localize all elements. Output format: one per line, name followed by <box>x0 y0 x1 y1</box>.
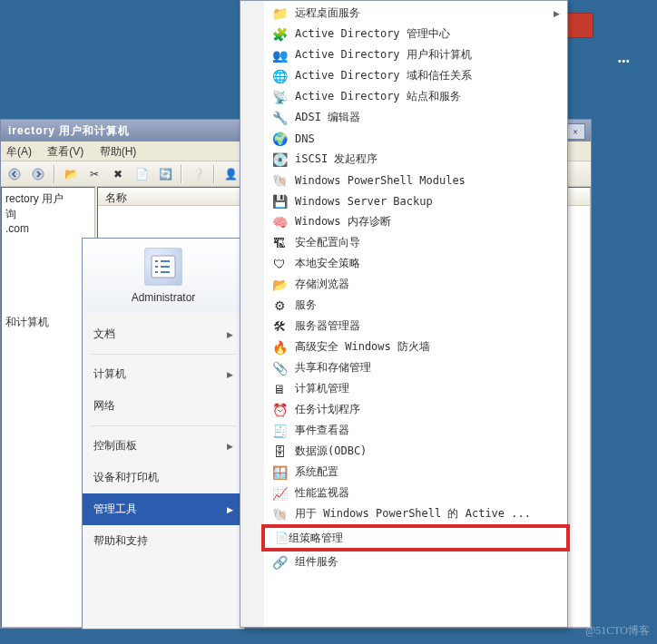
submenu-item-6[interactable]: 🌍DNS <box>264 128 567 149</box>
start-item-label: 帮助和支持 <box>93 533 148 549</box>
submenu-item-label: 性能监视器 <box>295 485 349 501</box>
submenu-item-label: Windows Server Backup <box>295 195 433 208</box>
start-item-label: 控制面板 <box>93 438 137 454</box>
submenu-item-1[interactable]: 🧩Active Directory 管理中心 <box>264 24 567 44</box>
svg-point-1 <box>33 169 44 180</box>
submenu-item-label: 安全配置向导 <box>295 235 360 250</box>
submenu-item-22[interactable]: 🪟系统配置 <box>264 462 567 483</box>
menu-view[interactable]: 查看(V) <box>47 145 83 158</box>
admin-tools-submenu: 📁远程桌面服务▶🧩Active Directory 管理中心👥Active Di… <box>240 0 568 628</box>
app-icon: ⚙ <box>271 298 288 314</box>
start-item-3[interactable]: 网络 <box>83 390 244 422</box>
start-item-label: 设备和打印机 <box>93 470 159 485</box>
refresh-button[interactable]: 🔄 <box>155 164 175 184</box>
submenu-item-24[interactable]: 🐚用于 Windows PowerShell 的 Active ... <box>264 503 567 524</box>
ellipsis: ··· <box>618 53 631 72</box>
back-button[interactable] <box>5 164 25 184</box>
app-icon: 🛠 <box>271 318 288 335</box>
app-icon: 📁 <box>271 5 288 22</box>
submenu-item-17[interactable]: 📎共享和存储管理 <box>264 357 567 378</box>
tree-line: rectory 用户 <box>5 191 91 207</box>
submenu-item-11[interactable]: 🏗安全配置向导 <box>264 232 567 253</box>
cut-button[interactable]: ✂ <box>84 164 104 184</box>
submenu-item-15[interactable]: 🛠服务器管理器 <box>264 316 567 337</box>
forward-button[interactable] <box>28 164 48 184</box>
start-menu: Administrator 文档▶计算机▶网络控制面板▶设备和打印机管理工具▶帮… <box>82 238 245 629</box>
submenu-item-label: iSCSI 发起程序 <box>295 151 378 167</box>
submenu-item-label: 服务 <box>295 298 317 313</box>
start-item-7[interactable]: 管理工具▶ <box>83 493 244 525</box>
start-menu-items: 文档▶计算机▶网络控制面板▶设备和打印机管理工具▶帮助和支持 <box>83 313 244 562</box>
submenu-item-label: Active Directory 站点和服务 <box>295 89 461 104</box>
start-item-6[interactable]: 设备和打印机 <box>83 462 244 493</box>
submenu-item-label: 组件服务 <box>295 554 338 570</box>
submenu-item-5[interactable]: 🔧ADSI 编辑器 <box>264 107 567 128</box>
submenu-item-9[interactable]: 💾Windows Server Backup <box>264 190 567 211</box>
submenu-item-18[interactable]: 🖥计算机管理 <box>264 378 567 399</box>
app-icon: 💽 <box>271 151 288 168</box>
app-icon: 🐚 <box>271 172 288 189</box>
chevron-right-icon: ▶ <box>554 9 560 18</box>
submenu-item-21[interactable]: 🗄数据源(ODBC) <box>264 441 567 462</box>
start-item-8[interactable]: 帮助和支持 <box>83 525 244 557</box>
up-button[interactable]: 📂 <box>61 164 81 184</box>
submenu-item-2[interactable]: 👥Active Directory 用户和计算机 <box>264 44 567 65</box>
help-button[interactable]: ❔ <box>188 164 208 184</box>
start-item-label: 计算机 <box>93 366 126 382</box>
app-icon: 🖥 <box>271 381 288 397</box>
submenu-item-label: Active Directory 管理中心 <box>295 26 450 42</box>
tree-gap <box>5 235 91 315</box>
menu-help[interactable]: 帮助(H) <box>100 145 137 158</box>
submenu-item-7[interactable]: 💽iSCSI 发起程序 <box>264 149 567 170</box>
submenu-item-label: 组策略管理 <box>289 531 343 546</box>
tray-app-icon <box>566 13 593 38</box>
submenu-item-23[interactable]: 📈性能监视器 <box>264 483 567 503</box>
submenu-item-label: Windows 内存诊断 <box>295 214 391 229</box>
submenu-item-26[interactable]: 🔗组件服务 <box>264 551 567 572</box>
submenu-item-label: 计算机管理 <box>295 381 349 396</box>
chevron-right-icon: ▶ <box>227 330 233 339</box>
app-icon: 🐚 <box>271 506 288 522</box>
app-icon: 🧾 <box>271 423 288 439</box>
start-item-0[interactable]: 文档▶ <box>83 318 244 350</box>
submenu-item-19[interactable]: ⏰任务计划程序 <box>264 399 567 420</box>
submenu-item-4[interactable]: 📡Active Directory 站点和服务 <box>264 86 567 107</box>
app-icon: 📎 <box>271 360 288 376</box>
submenu-item-label: Windows PowerShell Modules <box>295 174 466 187</box>
submenu-item-12[interactable]: 🛡本地安全策略 <box>264 253 567 274</box>
submenu-item-3[interactable]: 🌐Active Directory 域和信任关系 <box>264 65 567 86</box>
app-icon: 🏗 <box>271 235 288 251</box>
submenu-item-10[interactable]: 🧠Windows 内存诊断 <box>264 211 567 232</box>
app-icon: 🪟 <box>271 464 288 481</box>
submenu-item-14[interactable]: ⚙服务 <box>264 295 567 316</box>
start-menu-user: Administrator <box>132 291 196 304</box>
delete-button[interactable]: ✖ <box>108 164 128 184</box>
start-item-5[interactable]: 控制面板▶ <box>83 430 244 462</box>
start-item-2[interactable]: 计算机▶ <box>83 358 244 390</box>
submenu-item-label: ADSI 编辑器 <box>295 110 360 125</box>
users-button[interactable]: 👤 <box>221 164 240 184</box>
app-icon: 🔗 <box>271 554 288 571</box>
menu-separator <box>90 425 237 426</box>
app-icon: 🔥 <box>271 339 288 356</box>
props-button[interactable]: 📄 <box>132 164 152 184</box>
menu-file[interactable]: 牟(A) <box>6 145 32 158</box>
app-icon: 📂 <box>271 277 288 293</box>
submenu-item-13[interactable]: 📂存储浏览器 <box>264 274 567 295</box>
highlighted-item[interactable]: 📄组策略管理 <box>261 524 570 551</box>
submenu-item-label: 服务器管理器 <box>295 318 360 334</box>
submenu-item-16[interactable]: 🔥高级安全 Windows 防火墙 <box>264 337 567 357</box>
submenu-item-20[interactable]: 🧾事件查看器 <box>264 420 567 441</box>
submenu-item-0[interactable]: 📁远程桌面服务▶ <box>264 3 567 24</box>
submenu-item-label: 系统配置 <box>295 464 338 480</box>
submenu-items: 📁远程桌面服务▶🧩Active Directory 管理中心👥Active Di… <box>264 1 567 627</box>
start-menu-header: Administrator <box>83 239 244 313</box>
submenu-item-label: DNS <box>295 132 315 145</box>
close-button[interactable]: × <box>565 123 585 140</box>
tree-line: 询 <box>5 207 91 222</box>
app-icon: 📄 <box>275 532 289 544</box>
submenu-item-label: Active Directory 域和信任关系 <box>295 68 472 83</box>
svg-point-0 <box>9 169 20 180</box>
submenu-item-8[interactable]: 🐚Windows PowerShell Modules <box>264 170 567 190</box>
app-icon: 🛡 <box>271 256 288 272</box>
